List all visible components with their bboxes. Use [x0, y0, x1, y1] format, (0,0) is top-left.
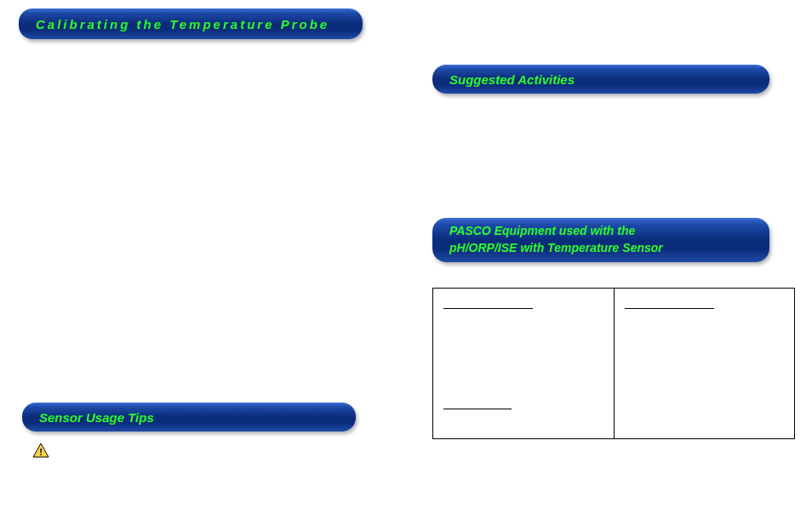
heading-text: Sensor Usage Tips [39, 410, 154, 425]
heading-text-line2: pH/ORP/ISE with Temperature Sensor [449, 240, 663, 257]
table-column-right [614, 289, 795, 438]
heading-pasco-equipment: PASCO Equipment used with the pH/ORP/ISE… [432, 218, 769, 262]
heading-text-line1: PASCO Equipment used with the [449, 223, 635, 240]
heading-sensor-usage-tips: Sensor Usage Tips [22, 403, 356, 432]
heading-text: Calibrating the Temperature Probe [36, 17, 329, 31]
equipment-table [432, 288, 795, 439]
heading-calibrating-probe: Calibrating the Temperature Probe [19, 9, 363, 39]
table-column-left [433, 289, 614, 438]
table-left-subheader [443, 399, 512, 409]
caution-icon: ! [32, 443, 49, 458]
svg-text:!: ! [39, 447, 43, 457]
table-right-header [625, 299, 714, 309]
table-left-header [443, 299, 533, 309]
heading-suggested-activities: Suggested Activities [432, 65, 769, 94]
heading-text: Suggested Activities [449, 72, 575, 87]
